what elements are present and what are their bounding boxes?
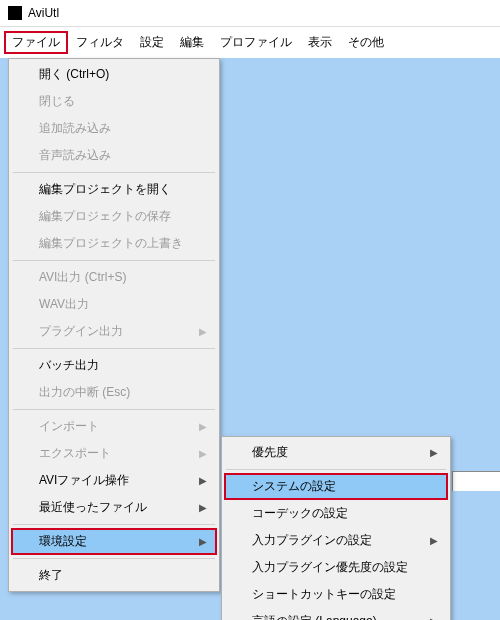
menu-item-avi-file-ops[interactable]: AVIファイル操作▶ [11, 467, 217, 494]
menubar: ファイル フィルタ 設定 編集 プロファイル 表示 その他 [0, 27, 500, 58]
chevron-right-icon: ▶ [199, 502, 207, 513]
menu-item-overwrite-project[interactable]: 編集プロジェクトの上書き [11, 230, 217, 257]
submenu-item-input-plugin-priority[interactable]: 入力プラグイン優先度の設定 [224, 554, 448, 581]
submenu-item-priority[interactable]: 優先度▶ [224, 439, 448, 466]
menu-item-export[interactable]: エクスポート▶ [11, 440, 217, 467]
menu-item-import[interactable]: インポート▶ [11, 413, 217, 440]
chevron-right-icon: ▶ [199, 421, 207, 432]
menu-profile[interactable]: プロファイル [212, 31, 300, 54]
menu-item-recent-files[interactable]: 最近使ったファイル▶ [11, 494, 217, 521]
chevron-right-icon: ▶ [430, 447, 438, 458]
chevron-right-icon: ▶ [430, 616, 438, 620]
submenu-item-system-settings[interactable]: システムの設定 [224, 473, 448, 500]
submenu-item-codec-settings[interactable]: コーデックの設定 [224, 500, 448, 527]
inner-panel [452, 471, 500, 491]
menu-item-plugin-output[interactable]: プラグイン出力▶ [11, 318, 217, 345]
env-settings-submenu: 優先度▶ システムの設定 コーデックの設定 入力プラグインの設定▶ 入力プラグイ… [221, 436, 451, 620]
menu-item-wav-output[interactable]: WAV出力 [11, 291, 217, 318]
window-title: AviUtl [28, 6, 59, 20]
menu-item-open[interactable]: 開く (Ctrl+O) [11, 61, 217, 88]
menu-edit[interactable]: 編集 [172, 31, 212, 54]
menu-view[interactable]: 表示 [300, 31, 340, 54]
menu-item-avi-output[interactable]: AVI出力 (Ctrl+S) [11, 264, 217, 291]
chevron-right-icon: ▶ [199, 475, 207, 486]
menu-item-open-project[interactable]: 編集プロジェクトを開く [11, 176, 217, 203]
menu-item-append-load[interactable]: 追加読み込み [11, 115, 217, 142]
content-area: 開く (Ctrl+O) 閉じる 追加読み込み 音声読み込み 編集プロジェクトを開… [0, 58, 500, 620]
menu-separator [13, 409, 215, 410]
titlebar: AviUtl [0, 0, 500, 27]
chevron-right-icon: ▶ [430, 535, 438, 546]
menu-separator [226, 469, 446, 470]
menu-settings[interactable]: 設定 [132, 31, 172, 54]
menu-separator [13, 260, 215, 261]
menu-separator [13, 348, 215, 349]
submenu-item-input-plugin-settings[interactable]: 入力プラグインの設定▶ [224, 527, 448, 554]
menu-item-abort-output[interactable]: 出力の中断 (Esc) [11, 379, 217, 406]
app-icon [8, 6, 22, 20]
menu-item-audio-load[interactable]: 音声読み込み [11, 142, 217, 169]
menu-item-batch-output[interactable]: バッチ出力 [11, 352, 217, 379]
chevron-right-icon: ▶ [199, 326, 207, 337]
submenu-item-shortcut-settings[interactable]: ショートカットキーの設定 [224, 581, 448, 608]
menu-item-save-project[interactable]: 編集プロジェクトの保存 [11, 203, 217, 230]
menu-item-close[interactable]: 閉じる [11, 88, 217, 115]
menu-separator [13, 172, 215, 173]
chevron-right-icon: ▶ [199, 536, 207, 547]
menu-file[interactable]: ファイル [4, 31, 68, 54]
menu-item-exit[interactable]: 終了 [11, 562, 217, 589]
menu-other[interactable]: その他 [340, 31, 392, 54]
submenu-item-language-settings[interactable]: 言語の設定 (Language)▶ [224, 608, 448, 620]
file-dropdown: 開く (Ctrl+O) 閉じる 追加読み込み 音声読み込み 編集プロジェクトを開… [8, 58, 220, 592]
menu-filter[interactable]: フィルタ [68, 31, 132, 54]
menu-separator [13, 524, 215, 525]
menu-item-env-settings[interactable]: 環境設定▶ [11, 528, 217, 555]
chevron-right-icon: ▶ [199, 448, 207, 459]
menu-separator [13, 558, 215, 559]
